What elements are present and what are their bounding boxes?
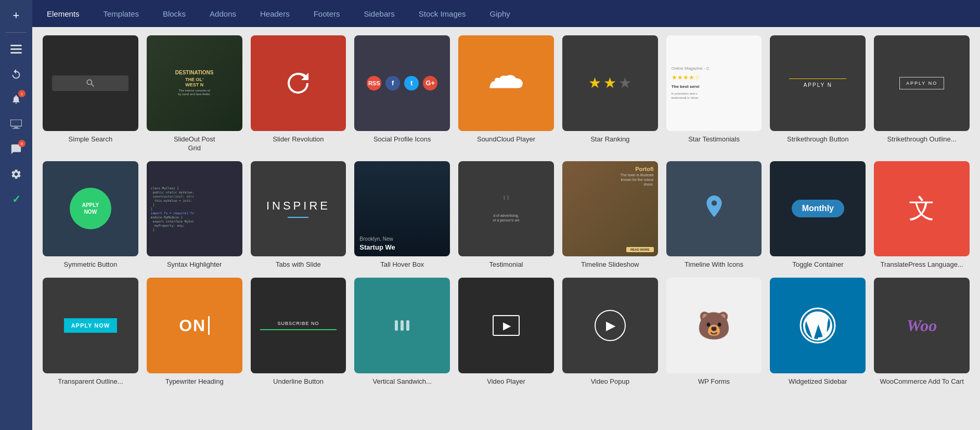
- element-label: Slider Revolution: [273, 135, 324, 144]
- elements-grid: Simple Search DESTINATIONS THE OL'WEST N…: [43, 35, 970, 386]
- element-strikethrough-outline[interactable]: APPLY NO Strikethrough Outline...: [874, 35, 970, 153]
- notification-button[interactable]: 1: [6, 89, 27, 110]
- element-underline-button[interactable]: SUBSCRIBE NO Underline Button: [251, 278, 346, 386]
- element-tabs-with-slide[interactable]: INSPIRE Tabs with Slide: [251, 161, 346, 270]
- element-label: Video Popup: [591, 377, 629, 386]
- nav-templates[interactable]: Templates: [99, 7, 143, 20]
- nav-headers[interactable]: Headers: [256, 7, 294, 20]
- element-label: Testimonial: [489, 260, 523, 269]
- element-social-profile-icons[interactable]: RSS f t G+ Social Profile Icons: [354, 35, 450, 153]
- element-label: SlideOut PostGrid: [174, 135, 215, 153]
- element-star-ranking[interactable]: ★ ★ ★ Star Ranking: [562, 35, 658, 153]
- content-area: Simple Search DESTINATIONS THE OL'WEST N…: [32, 27, 980, 430]
- element-label: Star Ranking: [590, 135, 629, 144]
- element-slideout-post-grid[interactable]: DESTINATIONS THE OL'WEST N The interior …: [147, 35, 242, 153]
- element-label: Underline Button: [273, 377, 324, 386]
- svg-rect-0: [10, 45, 22, 46]
- wordpress-logo-icon: [800, 307, 836, 344]
- svg-rect-3: [10, 120, 22, 126]
- element-transparent-outline[interactable]: APPLY NOW Transparent Outline...: [43, 278, 138, 386]
- layers-button[interactable]: [6, 39, 27, 60]
- nav-blocks[interactable]: Blocks: [159, 7, 190, 20]
- search-mock-icon: [52, 75, 128, 91]
- undo-button[interactable]: [6, 64, 27, 85]
- nav-sidebars[interactable]: Sidebars: [360, 7, 399, 20]
- element-label: Strikethrough Outline...: [887, 135, 957, 144]
- element-star-testimonials[interactable]: Online Magazine - C ★★★★☆ The best servi…: [666, 35, 762, 153]
- element-typewriter-heading[interactable]: ON Typewriter Heading: [147, 278, 242, 386]
- element-wp-forms[interactable]: 🐻 WP Forms: [666, 278, 762, 386]
- element-label: Timeline With Icons: [685, 260, 743, 269]
- element-label: Typewriter Heading: [165, 377, 224, 386]
- element-label: Video Player: [487, 377, 525, 386]
- element-label: Syntax Highlighter: [167, 260, 222, 269]
- element-soundcloud-player[interactable]: SoundCloud Player: [458, 35, 554, 153]
- svg-rect-5: [12, 128, 20, 128]
- messages-button[interactable]: 8: [6, 139, 27, 160]
- element-video-popup[interactable]: ▶ Video Popup: [562, 278, 658, 386]
- element-label: TranslatePress Language...: [880, 260, 963, 269]
- element-slider-revolution[interactable]: Slider Revolution: [251, 35, 346, 153]
- nav-footers[interactable]: Footers: [310, 7, 344, 20]
- element-strikethrough-button[interactable]: APPLY N Strikethrough Button: [770, 35, 866, 153]
- svg-rect-2: [10, 52, 22, 54]
- element-tall-hover-box[interactable]: Brooklyn, New Startup We Tall Hover Box: [354, 161, 450, 270]
- element-video-player[interactable]: ▶ Video Player: [458, 278, 554, 386]
- top-navigation: Elements Templates Blocks Addons Headers…: [32, 0, 980, 27]
- element-label: Vertical Sandwich...: [372, 377, 431, 386]
- nav-addons[interactable]: Addons: [205, 7, 240, 20]
- element-label: Symmetric Button: [64, 260, 118, 269]
- element-label: Strikethrough Button: [787, 135, 849, 144]
- element-label: Timeline Slideshow: [581, 260, 639, 269]
- element-label: Toggle Container: [792, 260, 843, 269]
- check-button[interactable]: ✓: [6, 189, 27, 210]
- element-toggle-container[interactable]: Monthly Toggle Container: [770, 161, 866, 270]
- element-syntax-highlighter[interactable]: class MyClass { public static myValue: c…: [147, 161, 242, 270]
- element-label: Social Profile Icons: [373, 135, 431, 144]
- element-label: WooCommerce Add To Cart: [880, 377, 963, 386]
- element-timeline-slideshow[interactable]: Portofi The town is illustrateknown for …: [562, 161, 658, 270]
- main-area: Elements Templates Blocks Addons Headers…: [32, 0, 980, 430]
- soundcloud-icon: [489, 73, 523, 94]
- left-sidebar: + 1 8 ✓: [0, 0, 32, 430]
- element-testimonial[interactable]: " d of advertising,of a person's wri Tes…: [458, 161, 554, 270]
- element-label: Transparent Outline...: [58, 377, 123, 386]
- element-translatepress-language[interactable]: 文 TranslatePress Language...: [874, 161, 970, 270]
- add-button[interactable]: +: [6, 5, 27, 26]
- svg-rect-4: [14, 127, 18, 128]
- svg-rect-1: [10, 48, 22, 50]
- element-simple-search[interactable]: Simple Search: [43, 35, 138, 153]
- element-label: Simple Search: [69, 135, 113, 144]
- element-label: Star Testimonials: [688, 135, 740, 144]
- sync-icon: [282, 68, 314, 99]
- element-symmetric-button[interactable]: APPLYNOW Symmetric Button: [43, 161, 138, 270]
- nav-stock-images[interactable]: Stock Images: [415, 7, 470, 20]
- element-label: Tall Hover Box: [380, 260, 424, 269]
- element-woocommerce-add-to-cart[interactable]: Woo WooCommerce Add To Cart: [874, 278, 970, 386]
- element-vertical-sandwich[interactable]: Vertical Sandwich...: [354, 278, 450, 386]
- settings-button[interactable]: [6, 164, 27, 185]
- element-label: Widgetized Sidebar: [789, 377, 847, 386]
- element-widgetized-sidebar[interactable]: Widgetized Sidebar: [770, 278, 866, 386]
- element-timeline-with-icons[interactable]: Timeline With Icons: [666, 161, 762, 270]
- location-pin-icon: [701, 193, 727, 224]
- page-view-button[interactable]: [6, 114, 27, 135]
- element-label: Tabs with Slide: [276, 260, 321, 269]
- nav-elements[interactable]: Elements: [43, 7, 84, 20]
- nav-giphy[interactable]: Giphy: [486, 7, 514, 20]
- element-label: SoundCloud Player: [477, 135, 535, 144]
- element-label: WP Forms: [698, 377, 730, 386]
